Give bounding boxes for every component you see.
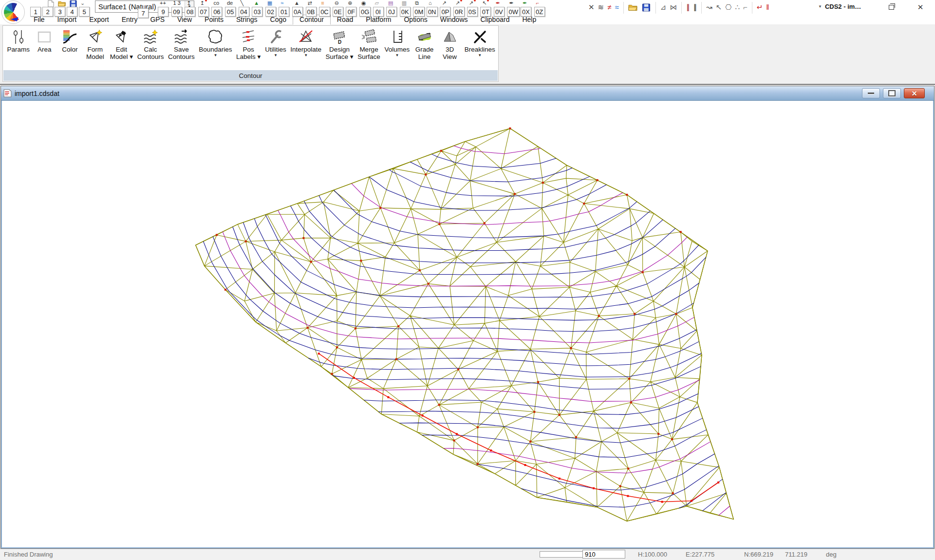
restore-button[interactable] [884, 2, 898, 13]
curve-node-icon[interactable]: ↝ [706, 2, 712, 12]
merge-surface-button[interactable]: MergeSurface [355, 28, 382, 61]
interpolate-dropdown-arrow[interactable]: ▾ [305, 53, 307, 57]
toolbar-button-0W[interactable]: ✒0W [506, 0, 520, 19]
slider-black-icon[interactable]: ∥ [693, 2, 697, 12]
form-model-icon [86, 28, 104, 46]
pin-icon[interactable]: ▼ [818, 4, 822, 9]
status-value-field[interactable]: 910 [582, 550, 625, 559]
open-folder-icon[interactable] [628, 3, 638, 12]
toolbar-button-06[interactable]: co06 [211, 0, 224, 19]
separator [655, 2, 656, 14]
ribbon: ParamsAreaColorFormModelEditModel ▾CalcC… [0, 24, 935, 83]
toolbar-button-01[interactable]: ≈01 [278, 0, 292, 19]
toolbar-button-05[interactable]: de05 [224, 0, 238, 19]
area-button[interactable]: Area [32, 28, 57, 54]
boundaries-dropdown-arrow[interactable]: ▾ [214, 53, 217, 57]
toolbar-button-0C[interactable]: ≡0C [318, 0, 332, 19]
boundaries-button[interactable]: Boundaries▾ [197, 28, 234, 58]
slider-red-icon[interactable]: ∥ [686, 2, 690, 12]
toolbar-button-03[interactable]: ▲03 [251, 0, 265, 19]
toolbar-button-0A[interactable]: ▲0A [292, 0, 305, 19]
pos-labels-button[interactable]: PosLabels ▾ [234, 28, 263, 61]
edit-model-label: Edit [116, 46, 127, 53]
expand-chevron-icon[interactable]: ⌄ [80, 0, 85, 6]
edit-model-button[interactable]: EditModel ▾ [108, 28, 135, 61]
section-x-icon[interactable]: ⋈ [670, 2, 677, 12]
toolbar-button-0P[interactable]: ↗0P [439, 0, 453, 19]
volumes-button[interactable]: Volumes▾ [382, 28, 411, 58]
corner-curve-icon[interactable]: ⌐ [743, 2, 748, 12]
toolbar-button-0Z[interactable]: ⌐0Z [534, 0, 547, 19]
params-button[interactable]: Params [5, 28, 32, 54]
corner-red-icon: ⌐ [536, 0, 539, 6]
select-arrow-icon[interactable]: ↖ [716, 2, 722, 12]
toolbar-button-0T[interactable]: ↖0T [480, 0, 493, 19]
toolbar-button-0V[interactable]: ✒0V [493, 0, 507, 19]
breaklines-button[interactable]: Breaklines▾ [463, 28, 497, 58]
pencil-icon: ✒ [509, 0, 513, 6]
drawing-canvas[interactable] [2, 101, 933, 547]
batter-line-icon[interactable]: ↵ [757, 2, 763, 12]
breaklines-label: Breaklines [465, 46, 495, 53]
close-button[interactable]: ✕ [914, 2, 927, 13]
document-titlebar[interactable]: import1.cdsdat ✕ [1, 86, 934, 101]
3d-view-button[interactable]: 3DView [437, 28, 463, 61]
snap-points-icon[interactable]: ∴ [735, 2, 740, 12]
calc-contours-button[interactable]: CalcContours [135, 28, 166, 61]
toolbar-button-09[interactable]: 1 309 [171, 0, 185, 19]
utilities-button[interactable]: Utilities▾ [263, 28, 288, 58]
form-model-button[interactable]: FormModel [82, 28, 108, 61]
toolbar-button-0E[interactable]: ⊖0E [332, 0, 346, 19]
keytip-07: 07 [198, 7, 209, 17]
breaklines-dropdown-arrow[interactable]: ▾ [479, 53, 481, 57]
polygon-points-icon[interactable]: ⎔ [725, 2, 731, 12]
keytip-0P: 0P [440, 7, 450, 17]
toolbar-button-0I[interactable]: ▱0I [373, 0, 386, 19]
merge-surface-icon [360, 28, 378, 46]
pen-cross-icon[interactable]: ✕ [588, 2, 595, 12]
toolbar-button-08[interactable]: ↥08 [184, 0, 198, 19]
toolbar-button-0N[interactable]: ⌂0N [426, 0, 440, 19]
grade-line-button[interactable]: GradeLine [412, 28, 437, 61]
color-label: Color [62, 46, 77, 53]
toolbar-button-04[interactable]: ╲04 [238, 0, 252, 19]
maximize-button[interactable] [883, 88, 901, 98]
interpolate-button[interactable]: Interpolate▾ [288, 28, 323, 58]
toolbar-button-0G[interactable]: ◉0G [359, 0, 373, 19]
cross-section-icon[interactable]: ≠ [607, 2, 611, 12]
minimize-button[interactable] [862, 88, 880, 98]
app-logo-icon[interactable] [1, 0, 25, 24]
keytip-06: 06 [211, 7, 222, 17]
toolbar-button-0K[interactable]: ▥0K [399, 0, 413, 19]
design-surface-button[interactable]: DDesignSurface ▾ [323, 28, 355, 61]
profile-icon[interactable]: ⊿ [660, 2, 667, 12]
toolbar-button-0J[interactable]: ▤0J [386, 0, 399, 19]
toolbar-button-0X[interactable]: ✒0X [520, 0, 534, 19]
status-message: Finished Drawing [4, 551, 53, 558]
design-water-icon[interactable]: ≈ [615, 2, 618, 12]
form-model-label2: Model [86, 53, 104, 60]
drawing-area[interactable] [2, 101, 933, 547]
color-button[interactable]: Color [57, 28, 82, 54]
toolbar-button-0B[interactable]: ⇄0B [305, 0, 319, 19]
angle-unit: deg [826, 551, 837, 558]
toolbar-button-9[interactable]: ++9 [157, 0, 171, 19]
volumes-dropdown-arrow[interactable]: ▾ [396, 53, 398, 57]
toolbar-button-0R[interactable]: ↗0R [453, 0, 467, 19]
save-contours-button[interactable]: SaveContours [166, 28, 197, 61]
image-icon: ▦ [267, 0, 272, 6]
keytip-08: 08 [185, 7, 195, 17]
toolbar-button-07[interactable]: ↥07 [198, 0, 211, 19]
toolbar-button-0F[interactable]: ⊕0F [345, 0, 359, 19]
edit-model-label2: Model ▾ [110, 53, 133, 60]
save-disk-icon[interactable] [641, 3, 651, 12]
section-markers-icon[interactable]: ‖ [766, 2, 769, 12]
utilities-dropdown-arrow[interactable]: ▾ [275, 53, 277, 57]
toolbar-button-0M[interactable]: ⧉0M [412, 0, 426, 19]
toolbar-button-0S[interactable]: ↗0S [467, 0, 480, 19]
close-document-button[interactable]: ✕ [904, 88, 925, 98]
strings-icon[interactable]: ≋ [598, 2, 604, 12]
cursor-dot-icon: ↖ [482, 0, 489, 6]
keytip-0M: 0M [413, 7, 425, 17]
toolbar-button-02[interactable]: ▦02 [265, 0, 279, 19]
